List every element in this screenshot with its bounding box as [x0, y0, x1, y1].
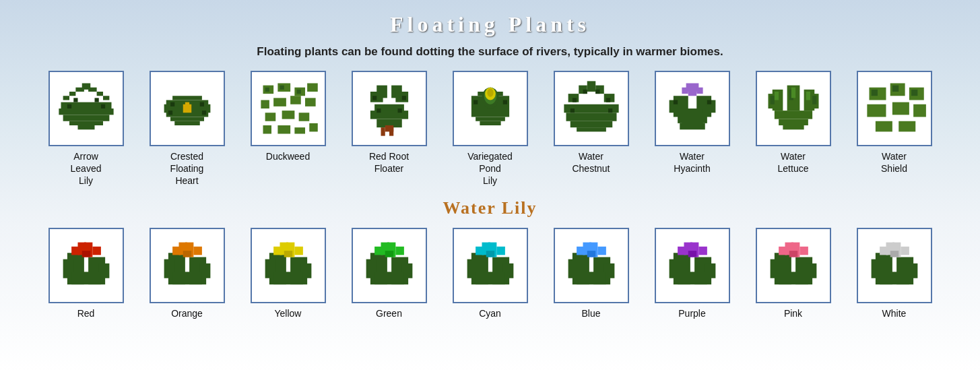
plant-label-lily-pink: Pink	[784, 307, 802, 319]
svg-rect-195	[577, 246, 585, 255]
svg-rect-3	[88, 88, 97, 92]
plant-image-water-shield	[857, 71, 932, 146]
svg-rect-6	[63, 96, 69, 100]
plant-lily-orange: Orange	[140, 228, 234, 319]
svg-rect-103	[688, 92, 696, 96]
svg-rect-163	[294, 246, 303, 255]
plant-lily-pink: Pink	[746, 228, 841, 319]
plant-water-shield: WaterShield	[847, 71, 942, 187]
water-lily-section-title: Water Lily	[0, 198, 980, 218]
svg-rect-5	[96, 92, 102, 96]
svg-rect-129	[899, 121, 915, 132]
svg-rect-102	[696, 88, 703, 94]
plant-image-lily-orange	[150, 228, 225, 303]
plant-lily-blue: Blue	[544, 228, 639, 319]
svg-rect-140	[71, 246, 80, 255]
svg-rect-112	[774, 111, 812, 119]
plant-label-red-root-floater: Red RootFloater	[369, 150, 409, 175]
svg-rect-114	[783, 125, 804, 129]
svg-rect-83	[570, 121, 612, 127]
svg-rect-55	[370, 111, 407, 119]
svg-rect-40	[282, 111, 294, 119]
svg-rect-15	[67, 104, 71, 108]
svg-rect-131	[892, 86, 898, 92]
svg-rect-84	[577, 127, 606, 131]
plant-label-water-hyacinth: WaterHyacinth	[674, 150, 710, 175]
svg-rect-62	[377, 108, 381, 113]
svg-rect-182	[476, 272, 505, 284]
svg-rect-105	[707, 100, 711, 104]
svg-point-72	[487, 88, 493, 97]
svg-rect-18	[172, 96, 202, 100]
svg-rect-141	[92, 246, 101, 255]
svg-rect-132	[911, 90, 917, 96]
description: Floating plants can be found dotting the…	[0, 45, 980, 59]
svg-rect-34	[307, 84, 318, 92]
svg-rect-152	[193, 246, 202, 255]
svg-rect-226	[880, 272, 909, 284]
svg-rect-130	[871, 90, 877, 96]
plant-image-water-lettuce	[756, 71, 831, 146]
svg-rect-154	[183, 251, 191, 257]
svg-rect-88	[606, 98, 610, 102]
plant-image-water-chestnut	[554, 71, 629, 146]
plant-lily-green: Green	[342, 228, 436, 319]
svg-rect-43	[277, 125, 290, 134]
plant-image-duckweed	[251, 71, 326, 146]
plant-image-water-hyacinth	[655, 71, 730, 146]
svg-rect-73	[473, 100, 478, 104]
plant-label-water-chestnut: WaterChestnut	[572, 150, 610, 175]
plant-label-lily-cyan: Cyan	[479, 307, 501, 319]
plant-lily-purple: Purple	[645, 228, 740, 319]
plant-variegated-pond-lily: VariegatedPondLily	[443, 71, 537, 187]
plant-label-variegated-pond-lily: VariegatedPondLily	[467, 150, 513, 187]
plant-arrow-leaved-lily: ArrowLeavedLily	[39, 71, 133, 187]
svg-rect-35	[261, 100, 269, 109]
svg-rect-220	[789, 251, 797, 257]
plant-label-lily-red: Red	[77, 307, 95, 319]
svg-rect-45	[309, 123, 318, 132]
svg-rect-87	[572, 98, 576, 102]
svg-rect-187	[486, 251, 494, 257]
svg-rect-26	[170, 102, 174, 106]
plant-image-lily-white	[857, 228, 932, 303]
svg-rect-63	[397, 108, 401, 113]
svg-rect-127	[913, 104, 926, 117]
svg-rect-160	[273, 272, 303, 284]
svg-rect-23	[206, 104, 210, 113]
plant-label-lily-purple: Purple	[678, 307, 705, 319]
svg-rect-165	[284, 251, 292, 257]
svg-rect-120	[791, 88, 795, 98]
svg-rect-89	[570, 108, 574, 113]
svg-rect-196	[597, 246, 606, 255]
plant-image-red-root-floater	[352, 71, 427, 146]
svg-rect-98	[680, 123, 705, 129]
plant-label-duckweed: Duckweed	[266, 150, 310, 162]
svg-rect-125	[867, 104, 886, 117]
svg-rect-218	[799, 246, 808, 255]
svg-rect-101	[682, 88, 688, 94]
svg-rect-16	[100, 104, 104, 108]
svg-rect-215	[779, 272, 808, 284]
svg-rect-14	[94, 98, 98, 102]
svg-rect-207	[698, 246, 707, 255]
svg-rect-13	[73, 98, 77, 102]
svg-rect-28	[168, 111, 172, 115]
svg-rect-27	[199, 102, 203, 106]
plant-lily-white: White	[847, 228, 942, 319]
svg-rect-206	[678, 246, 686, 255]
svg-rect-228	[880, 246, 888, 255]
svg-rect-76	[587, 81, 595, 92]
plant-label-arrow-leaved-lily: ArrowLeavedLily	[71, 150, 102, 187]
svg-rect-46	[265, 88, 269, 92]
svg-rect-61	[401, 96, 405, 100]
svg-rect-41	[298, 113, 309, 121]
plant-water-chestnut: WaterChestnut	[544, 71, 639, 187]
svg-rect-198	[587, 251, 595, 257]
svg-rect-138	[71, 272, 101, 284]
svg-rect-204	[678, 272, 707, 284]
plant-label-lily-orange: Orange	[171, 307, 203, 319]
plant-water-lettuce: WaterLettuce	[746, 71, 841, 187]
plant-crested-floating-heart: CrestedFloatingHeart	[140, 71, 234, 187]
svg-rect-126	[892, 102, 909, 115]
